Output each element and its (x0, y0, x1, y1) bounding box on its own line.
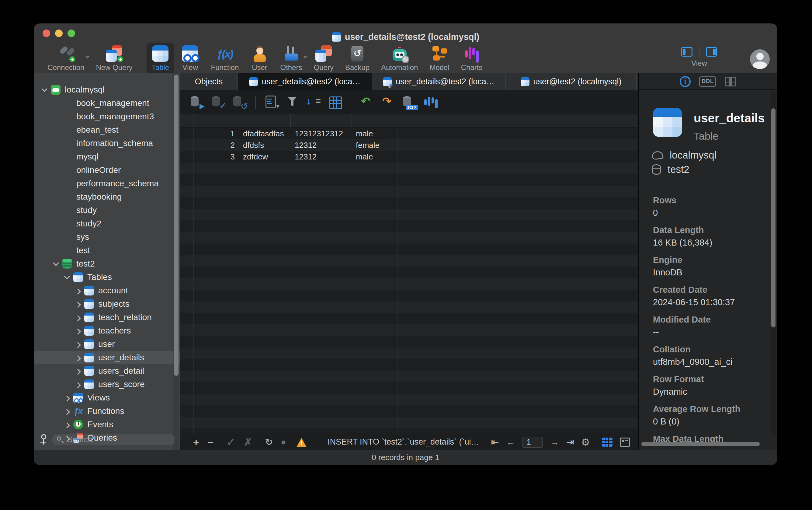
minimize-window-button[interactable] (55, 30, 63, 37)
cell-address[interactable]: dfadfasdfas (239, 128, 291, 139)
chevron-icon[interactable] (74, 367, 82, 375)
page-number-input[interactable] (522, 437, 543, 448)
column-header[interactable] (239, 114, 291, 128)
chevron-icon[interactable] (74, 380, 82, 388)
chevron-icon[interactable] (74, 287, 82, 294)
toolbar-button[interactable]: Function (206, 42, 243, 74)
toolbar-button[interactable]: Connection (43, 42, 89, 74)
grid-toolbar-button[interactable] (358, 94, 375, 111)
toolbar-button[interactable]: Others (276, 42, 307, 74)
tree-item[interactable]: book_management (34, 96, 180, 110)
tab[interactable]: user_details@test2 (loca… (372, 73, 506, 90)
tree-item[interactable]: localmysql (34, 83, 180, 96)
chevron-icon[interactable] (52, 113, 60, 120)
refresh-button[interactable]: ↻ (265, 437, 273, 447)
cell-sex[interactable]: male (352, 151, 397, 163)
cell-uid[interactable]: 1 (193, 128, 239, 139)
tree-item[interactable]: mysql (34, 150, 180, 163)
tree-item[interactable]: subjects (34, 297, 180, 311)
apply-changes-button[interactable]: ✓ (227, 437, 235, 447)
chevron-icon[interactable] (63, 421, 71, 428)
tab[interactable]: user_details@test2 (loca… (238, 73, 372, 90)
cell-uid[interactable]: 2 (193, 139, 239, 151)
chevron-icon[interactable] (52, 139, 60, 147)
toolbar-button[interactable]: User (246, 42, 273, 74)
connection-plug-icon[interactable] (39, 434, 47, 446)
chevron-icon[interactable] (52, 153, 60, 161)
tree-item[interactable]: user_details (34, 351, 180, 364)
tree-item[interactable]: Tables (34, 271, 180, 284)
chevron-icon[interactable] (40, 86, 48, 94)
info-tab-icon[interactable]: i (680, 76, 691, 87)
tree-item[interactable]: user (34, 337, 180, 351)
grid-toolbar-button[interactable] (210, 94, 227, 111)
row-selector-header[interactable] (180, 114, 193, 128)
tree-item[interactable]: ebean_test (34, 123, 180, 137)
column-header[interactable] (193, 114, 239, 128)
chevron-icon[interactable] (74, 353, 82, 362)
tree-item[interactable]: Events (34, 418, 180, 431)
toolbar-button[interactable]: Model (425, 42, 454, 74)
row-selector-cell[interactable] (180, 151, 193, 163)
tree-item[interactable]: test (34, 244, 180, 257)
toolbar-button[interactable]: Query (309, 42, 338, 74)
chevron-icon[interactable] (52, 126, 60, 134)
delete-record-button[interactable]: − (208, 437, 214, 447)
next-page-button[interactable]: → (550, 437, 559, 447)
settings-gear-icon[interactable]: ⚙ (581, 436, 590, 448)
chevron-icon[interactable] (52, 247, 60, 254)
tree-item[interactable]: users_score (34, 378, 180, 391)
tree-item[interactable]: Functions (34, 404, 180, 418)
table-row[interactable]: 1 dfadfasdfas 12312312312 male (180, 128, 638, 139)
tree-item[interactable]: onlineOrder (34, 163, 180, 177)
tab[interactable]: Objects (180, 73, 238, 90)
tree-item[interactable]: study (34, 204, 180, 217)
chevron-icon[interactable] (52, 220, 60, 228)
tree-item[interactable]: users_detail (34, 364, 180, 378)
tree-item[interactable]: information_schema (34, 137, 180, 150)
toggle-left-panel-icon[interactable] (681, 47, 692, 57)
first-page-button[interactable]: ⇤ (491, 437, 499, 447)
cell-sex[interactable]: female (352, 139, 397, 151)
tree-item[interactable]: teachers (34, 324, 180, 337)
chevron-icon[interactable] (63, 394, 71, 402)
last-page-button[interactable]: ⇥ (566, 437, 574, 447)
zoom-window-button[interactable] (67, 30, 75, 37)
row-selector-cell[interactable] (180, 139, 193, 151)
chevron-icon[interactable] (74, 340, 82, 348)
tree-item[interactable]: study2 (34, 217, 180, 230)
toolbar-button[interactable]: Automation (377, 42, 422, 74)
search-input[interactable] (52, 434, 175, 445)
cell-uid[interactable]: 3 (193, 151, 239, 163)
table-row[interactable]: 3 zdfdew 12312 male (180, 151, 638, 163)
discard-changes-button[interactable]: ✗ (244, 437, 252, 447)
close-window-button[interactable] (42, 30, 50, 37)
grid-toolbar-button[interactable] (305, 94, 323, 111)
stop-button[interactable]: ■ (281, 438, 286, 446)
column-header[interactable] (291, 114, 352, 128)
add-record-button[interactable]: + (193, 437, 199, 447)
chevron-icon[interactable] (52, 193, 60, 201)
cell-sex[interactable]: male (352, 128, 397, 139)
tab[interactable]: user@test2 (localmysql) (506, 73, 637, 90)
grid-toolbar-button[interactable] (326, 94, 344, 111)
table-row[interactable]: 2 dfdsfs 12312 female (180, 139, 638, 151)
grid-toolbar-button[interactable] (188, 94, 206, 111)
tree-item[interactable]: test2 (34, 257, 180, 271)
chevron-icon[interactable] (63, 407, 71, 415)
grid-toolbar-button[interactable] (263, 94, 280, 111)
tree-item[interactable]: staybooking (34, 190, 180, 204)
chevron-icon[interactable] (74, 300, 82, 308)
cell-address[interactable]: dfdsfs (239, 139, 291, 151)
tree-item[interactable]: teach_relation (34, 311, 180, 324)
chevron-icon[interactable] (52, 233, 60, 241)
columns-tab-icon[interactable] (725, 77, 736, 86)
tree-item[interactable]: Views (34, 391, 180, 404)
grid-toolbar-button[interactable] (379, 94, 397, 111)
grid-toolbar-button[interactable] (231, 94, 248, 111)
chevron-icon[interactable] (52, 179, 60, 188)
warning-icon[interactable]: ! (296, 437, 307, 447)
prev-page-button[interactable]: ← (506, 437, 515, 447)
row-selector-cell[interactable] (180, 128, 193, 139)
chevron-icon[interactable] (63, 273, 71, 281)
